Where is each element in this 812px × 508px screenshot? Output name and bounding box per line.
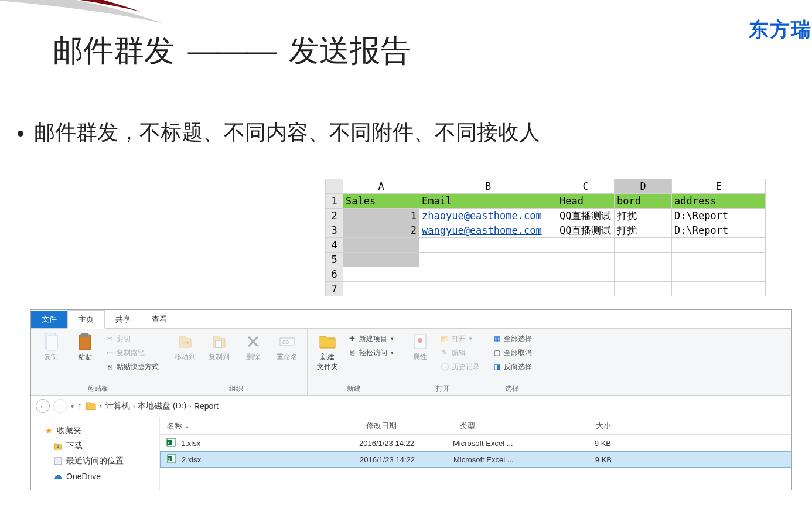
tab-view[interactable]: 查看 [141, 311, 178, 328]
paste-button[interactable]: 粘贴 [71, 332, 99, 362]
new-folder-button[interactable]: 新建 文件夹 [313, 332, 342, 372]
bullet-line: 邮件群发，不标题、不同内容、不同附件、不同接收人 [18, 118, 540, 147]
sidebar-recent[interactable]: 最近访问的位置 [44, 454, 159, 469]
copy-to-button[interactable]: 复制到 [205, 332, 233, 362]
hdr-address[interactable]: address [672, 194, 766, 209]
hdr-bord[interactable]: bord [615, 194, 672, 209]
cell-A3[interactable]: 2 [343, 223, 419, 238]
row-3[interactable]: 3 [326, 223, 343, 238]
excel-grid[interactable]: A B C D E 1 Sales Email Head bord addres… [325, 179, 766, 296]
file-1-type: Microsoft Excel ... [453, 439, 552, 448]
group-organize: 移动到 复制到 删除 ab重命名 组织 [165, 329, 308, 395]
folder-path-icon [86, 401, 96, 412]
col-name[interactable]: 名称▴ [160, 421, 359, 431]
hdr-head[interactable]: Head [557, 194, 615, 209]
sort-asc-icon: ▴ [186, 423, 189, 429]
back-button[interactable]: ← [36, 399, 50, 413]
new-item-button[interactable]: ✚新建项目▾ [347, 332, 394, 345]
paste-icon [76, 332, 94, 351]
move-icon [176, 332, 195, 351]
properties-button[interactable]: 属性 [406, 332, 434, 362]
open-label: 打开 [452, 334, 466, 344]
file-row-1[interactable]: x1.xlsx 2016/1/23 14:22 Microsoft Excel … [160, 435, 791, 451]
cut-button[interactable]: ✂剪切 [105, 332, 159, 345]
group-open-label: 打开 [436, 383, 450, 394]
file-2-name: 2.xlsx [182, 455, 201, 464]
history-button[interactable]: 🕓历史记录 [440, 360, 480, 373]
hdr-email[interactable]: Email [419, 194, 557, 209]
copy-path-button[interactable]: ▭复制路径 [105, 346, 159, 359]
row-4[interactable]: 4 [326, 238, 343, 253]
tab-home[interactable]: 主页 [67, 310, 105, 329]
col-size[interactable]: 大小 [552, 421, 623, 431]
crumb-report[interactable]: Report [194, 401, 219, 411]
crumb-drive[interactable]: 本地磁盘 (D:) [138, 401, 186, 411]
cell-D2[interactable]: 打扰 [615, 209, 672, 223]
xlsx-icon: x [168, 455, 177, 464]
sidebar-onedrive[interactable]: OneDrive [44, 469, 159, 484]
excel-corner[interactable] [326, 179, 343, 194]
cell-A2[interactable]: 1 [343, 209, 419, 223]
cell-B2[interactable]: zhaoyue@easthome.com [419, 209, 557, 223]
cell-C2[interactable]: QQ直播测试 [557, 209, 615, 223]
col-C[interactable]: C [557, 179, 615, 194]
up-button[interactable]: ↑ [77, 401, 82, 411]
easy-access-button[interactable]: ⎘轻松访问▾ [347, 346, 394, 359]
cell-E2[interactable]: D:\Report [672, 209, 766, 223]
tab-file[interactable]: 文件 [31, 311, 67, 328]
group-new-label: 新建 [347, 383, 361, 394]
forward-button[interactable]: → [53, 399, 67, 413]
move-to-button[interactable]: 移动到 [171, 332, 199, 362]
onedrive-label: OneDrive [66, 472, 101, 481]
copy-button[interactable]: 复制 [37, 332, 65, 362]
row-1[interactable]: 1 [326, 194, 343, 209]
paste-shortcut-button[interactable]: ⎘粘贴快捷方式 [105, 360, 159, 373]
col-B[interactable]: B [419, 179, 557, 194]
recent-dropdown-icon[interactable]: ▾ [71, 403, 74, 410]
edit-button[interactable]: ✎编辑 [440, 346, 480, 359]
invert-selection-button[interactable]: ◨反向选择 [492, 360, 532, 373]
select-all-button[interactable]: ▦全部选择 [492, 332, 532, 345]
col-D[interactable]: D [615, 179, 672, 194]
dropdown-icon: ▾ [391, 336, 394, 342]
select-none-button[interactable]: ▢全部取消 [492, 346, 532, 359]
sidebar: ★收藏夹 下载 最近访问的位置 OneDrive [31, 417, 160, 490]
rename-button[interactable]: ab重命名 [273, 332, 301, 362]
file-row-2[interactable]: x2.xlsx 2016/1/23 14:22 Microsoft Excel … [160, 451, 791, 468]
row-2[interactable]: 2 [326, 209, 343, 223]
select-all-icon: ▦ [492, 334, 501, 343]
properties-label: 属性 [413, 352, 427, 362]
cell-C3[interactable]: QQ直播测试 [557, 223, 615, 238]
row-5[interactable]: 5 [326, 253, 343, 267]
properties-icon [411, 332, 429, 351]
col-type[interactable]: 类型 [453, 421, 552, 431]
open-button[interactable]: 📂打开▾ [440, 332, 480, 345]
svg-rect-9 [54, 458, 62, 465]
svg-rect-1 [47, 335, 57, 350]
delete-button[interactable]: 删除 [239, 332, 267, 362]
row-6[interactable]: 6 [326, 267, 343, 282]
breadcrumb[interactable]: 计算机› 本地磁盘 (D:)› Report [105, 401, 219, 411]
email-link-2[interactable]: wangyue@easthome.com [422, 224, 542, 236]
cell-B3[interactable]: wangyue@easthome.com [419, 223, 557, 238]
svg-rect-4 [216, 340, 221, 347]
star-icon: ★ [44, 426, 53, 435]
email-link-1[interactable]: zhaoyue@easthome.com [422, 210, 542, 221]
open-icon: 📂 [440, 334, 449, 343]
cell-E3[interactable]: D:\Report [672, 223, 766, 238]
col-E[interactable]: E [672, 179, 766, 194]
row-7[interactable]: 7 [326, 282, 343, 296]
file-1-date: 2016/1/23 14:22 [359, 439, 453, 448]
col-A[interactable]: A [343, 179, 419, 194]
tab-share[interactable]: 共享 [105, 311, 141, 328]
cell-D3[interactable]: 打扰 [615, 223, 672, 238]
hdr-sales[interactable]: Sales [343, 194, 419, 209]
folder-icon [318, 332, 337, 351]
move-label: 移动到 [175, 352, 196, 362]
col-date[interactable]: 修改日期 [359, 421, 453, 431]
sidebar-downloads[interactable]: 下载 [44, 438, 159, 454]
recent-icon [53, 456, 63, 466]
crumb-computer[interactable]: 计算机 [105, 401, 130, 411]
sidebar-favorites[interactable]: ★收藏夹 [44, 423, 159, 438]
onedrive-icon [53, 472, 63, 481]
